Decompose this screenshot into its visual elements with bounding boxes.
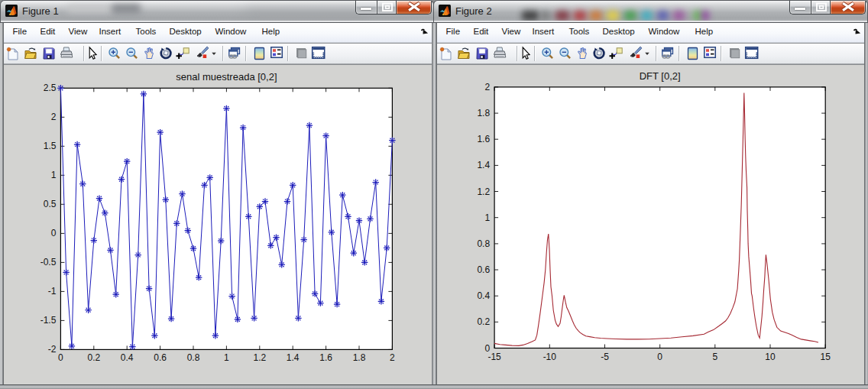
svg-text:0.2: 0.2	[477, 316, 490, 327]
svg-text:0: 0	[484, 343, 490, 354]
svg-text:-0.5: -0.5	[40, 257, 57, 267]
svg-text:0: 0	[657, 352, 662, 362]
svg-text:1.2: 1.2	[253, 352, 266, 363]
svg-text:1.5: 1.5	[44, 141, 57, 151]
svg-text:0: 0	[58, 352, 63, 363]
svg-text:0.4: 0.4	[477, 290, 490, 301]
svg-text:-1: -1	[48, 286, 57, 297]
svg-text:15: 15	[821, 352, 831, 362]
svg-text:2.5: 2.5	[44, 83, 57, 93]
svg-text:0.8: 0.8	[187, 352, 200, 363]
svg-text:2: 2	[484, 82, 490, 92]
svg-text:1.6: 1.6	[477, 134, 490, 144]
svg-text:senal muestreada [0,2]: senal muestreada [0,2]	[176, 71, 277, 83]
svg-text:0.2: 0.2	[87, 352, 100, 363]
svg-text:2: 2	[51, 112, 57, 122]
svg-text:2: 2	[390, 352, 395, 363]
svg-text:-1.5: -1.5	[40, 315, 57, 326]
svg-text:0.6: 0.6	[477, 264, 490, 275]
svg-text:1: 1	[224, 352, 229, 363]
svg-text:1.8: 1.8	[353, 352, 366, 363]
svg-text:5: 5	[712, 352, 717, 362]
svg-text:1.2: 1.2	[477, 186, 490, 197]
svg-text:1.4: 1.4	[477, 160, 490, 170]
svg-text:1.6: 1.6	[319, 352, 332, 363]
svg-text:0.6: 0.6	[154, 352, 167, 363]
svg-text:DFT [0,2]: DFT [0,2]	[640, 70, 681, 82]
svg-text:0.4: 0.4	[121, 352, 134, 363]
svg-text:0.5: 0.5	[44, 199, 57, 209]
svg-text:1: 1	[51, 170, 57, 180]
svg-text:1: 1	[484, 212, 490, 223]
svg-text:1.8: 1.8	[477, 108, 490, 118]
svg-text:1.4: 1.4	[287, 352, 300, 363]
svg-text:0.8: 0.8	[477, 238, 490, 249]
svg-text:0: 0	[51, 228, 57, 238]
svg-text:-10: -10	[543, 352, 557, 362]
svg-text:-5: -5	[601, 352, 609, 362]
svg-text:-2: -2	[48, 344, 57, 355]
svg-text:10: 10	[765, 352, 776, 362]
